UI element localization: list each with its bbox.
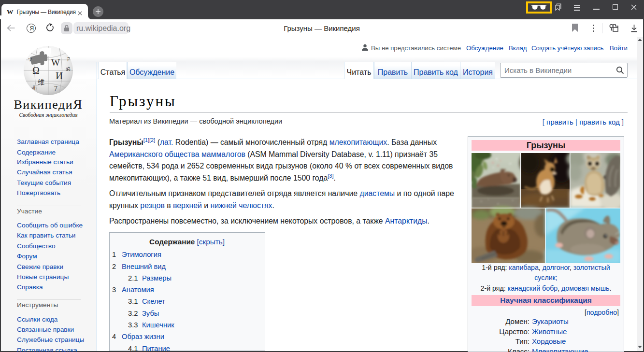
- svg-text:И: И: [56, 70, 63, 82]
- svg-text:ק: ק: [67, 56, 70, 61]
- svg-text:ऄ: ऄ: [32, 85, 36, 91]
- svg-text:7: 7: [54, 85, 57, 92]
- svg-text:ツ: ツ: [28, 57, 32, 62]
- svg-text:维: 维: [38, 79, 44, 86]
- svg-text:Ω: Ω: [32, 65, 40, 76]
- svg-text:W: W: [51, 57, 60, 68]
- svg-text:ॐ: ॐ: [66, 66, 71, 72]
